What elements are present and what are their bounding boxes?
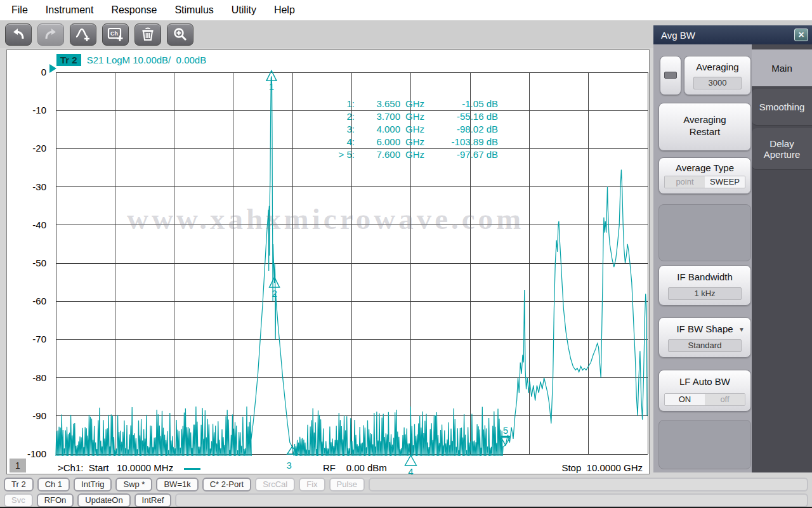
panel-title-bar[interactable]: Avg BW ✕ (653, 25, 812, 44)
blank-softkey-1 (658, 204, 751, 261)
status-button-srccal: SrcCal (255, 478, 295, 492)
add-trace-icon (75, 27, 91, 42)
stimulus-start-label: >Ch1: Start 10.0000 MHz (58, 462, 173, 473)
led-indicator-icon (664, 72, 677, 79)
y-tick--70: -70 (13, 334, 46, 344)
y-tick--100: -100 (13, 448, 46, 459)
marker-readout-row-3: 3:4.000GHz-98.02 dB (318, 123, 498, 136)
status-button-tr-2[interactable]: Tr 2 (4, 478, 34, 492)
if-bw-shape-label: IF BW Shape (659, 323, 750, 334)
menu-item-file[interactable]: File (3, 0, 37, 20)
average-type-label: Average Type (659, 162, 750, 173)
status-bar-row-2: SvcRFOnUpdateOnIntRef (0, 493, 812, 508)
menu-item-help[interactable]: Help (265, 0, 304, 20)
y-tick--80: -80 (13, 372, 46, 383)
lf-auto-bw-toggle[interactable]: ON off (664, 393, 745, 406)
marker-readout-row-2: 2:3.700GHz-55.16 dB (318, 110, 498, 123)
zoom-button[interactable] (167, 23, 193, 46)
y-tick--40: -40 (13, 219, 46, 230)
status-button-intref[interactable]: IntRef (134, 493, 172, 507)
svg-text:3: 3 (286, 460, 291, 471)
y-tick--60: -60 (13, 296, 46, 306)
tab-delay-aperture-label: Delay Aperture (757, 138, 808, 160)
add-channel-icon: Ch (107, 27, 124, 42)
if-bandwidth-label: IF Bandwidth (659, 271, 750, 282)
status-empty-field (175, 493, 808, 507)
close-icon[interactable]: ✕ (794, 29, 808, 41)
lf-auto-bw-option-off[interactable]: off (705, 394, 745, 405)
marker-readout-row-1: 1:3.650GHz-1.05 dB (318, 98, 498, 110)
marker-readout-row-5: > 5:7.600GHz-97.67 dB (318, 148, 498, 161)
lf-auto-bw-option-on[interactable]: ON (665, 394, 705, 405)
menu-item-utility[interactable]: Utility (223, 0, 265, 20)
blank-softkey-2 (658, 420, 751, 469)
y-tick-0: 0 (13, 67, 46, 77)
svg-text:2: 2 (272, 288, 277, 299)
panel-title: Avg BW (661, 30, 695, 41)
tab-smoothing[interactable]: Smoothing (752, 89, 812, 126)
svg-text:1: 1 (269, 81, 274, 92)
status-button-inttrig[interactable]: IntTrig (74, 478, 112, 492)
zoom-in-icon (173, 27, 188, 42)
marker-readout-table: 1:3.650GHz-1.05 dB2:3.700GHz-55.16 dB3:4… (318, 98, 498, 161)
svg-text:4: 4 (408, 466, 413, 475)
status-button-bw-1k[interactable]: BW=1k (156, 478, 198, 492)
lf-auto-bw-label: LF Auto BW (659, 376, 750, 387)
reference-level-triangle-icon (49, 64, 56, 73)
panel-tab-strip: Main Smoothing Delay Aperture (752, 44, 812, 472)
status-button-ch-1[interactable]: Ch 1 (37, 478, 70, 492)
y-tick--50: -50 (13, 257, 46, 268)
if-bandwidth-button[interactable]: IF Bandwidth 1 kHz (658, 265, 751, 306)
status-button-swp-[interactable]: Swp * (115, 478, 152, 492)
if-bandwidth-value: 1 kHz (668, 287, 742, 300)
trace-title: S21 LogM 10.00dB/ 0.00dB (87, 55, 206, 65)
redo-icon (43, 27, 58, 41)
add-channel-button[interactable]: Ch (102, 23, 129, 46)
plot-window: Tr 2 S21 LogM 10.00dB/ 0.00dB 0-10-20-30… (6, 49, 650, 474)
average-type-button[interactable]: Average Type point SWEEP (658, 157, 751, 194)
tab-delay-aperture[interactable]: Delay Aperture (752, 128, 812, 170)
add-trace-button[interactable] (70, 23, 96, 46)
tab-main-label: Main (771, 63, 792, 74)
menu-item-response[interactable]: Response (102, 0, 166, 20)
status-button-rfon[interactable]: RFOn (37, 493, 74, 507)
status-button-pulse: Pulse (329, 478, 365, 492)
delete-button[interactable] (134, 23, 161, 46)
tab-smoothing-label: Smoothing (759, 101, 805, 112)
lf-auto-bw-button[interactable]: LF Auto BW ON off (658, 370, 751, 412)
channel-number-badge[interactable]: 1 (10, 459, 26, 472)
chevron-down-icon: ▼ (738, 326, 745, 333)
averaging-button[interactable]: Averaging 3000 (684, 56, 751, 95)
status-button-c-2-port[interactable]: C* 2-Port (202, 478, 251, 492)
trace-header: Tr 2 S21 LogM 10.00dB/ 0.00dB (56, 54, 206, 66)
trace-badge[interactable]: Tr 2 (56, 54, 81, 66)
marker-readout-row-4: 4:6.000GHz-103.89 dB (318, 136, 498, 148)
average-type-toggle[interactable]: point SWEEP (664, 176, 745, 188)
marker-3-icon (287, 446, 298, 454)
rf-power-label: RF 0.00 dBm (323, 462, 387, 473)
svg-text:Ch: Ch (110, 30, 118, 37)
tab-main[interactable]: Main (752, 49, 812, 86)
redo-button[interactable] (37, 23, 64, 46)
menu-item-instrument[interactable]: Instrument (37, 0, 103, 20)
averaging-toggle-button[interactable] (660, 56, 681, 95)
if-bw-shape-value: Standard (668, 339, 742, 352)
status-button-updateon[interactable]: UpdateOn (77, 493, 130, 507)
y-tick--10: -10 (13, 105, 46, 115)
marker-5-icon (501, 438, 510, 445)
averaging-label: Averaging (684, 62, 750, 72)
svg-text:5: 5 (503, 425, 508, 436)
averaging-restart-button[interactable]: Averaging Restart (658, 103, 751, 151)
y-tick--30: -30 (13, 181, 46, 192)
averaging-restart-label: Averaging Restart (674, 114, 735, 138)
marker-1-icon (266, 70, 277, 81)
status-button-fix: Fix (299, 478, 325, 492)
undo-button[interactable] (5, 23, 32, 46)
status-bar-row-1: Tr 2Ch 1IntTrigSwp *BW=1kC* 2-PortSrcCal… (0, 477, 812, 492)
average-type-option-point[interactable]: point (665, 176, 705, 188)
average-type-option-sweep[interactable]: SWEEP (705, 176, 745, 188)
delete-trash-icon (140, 27, 155, 42)
if-bw-shape-button[interactable]: IF BW Shape ▼ Standard (658, 317, 751, 358)
menu-item-stimulus[interactable]: Stimulus (166, 0, 222, 20)
trace-color-legend-dash (184, 468, 200, 470)
